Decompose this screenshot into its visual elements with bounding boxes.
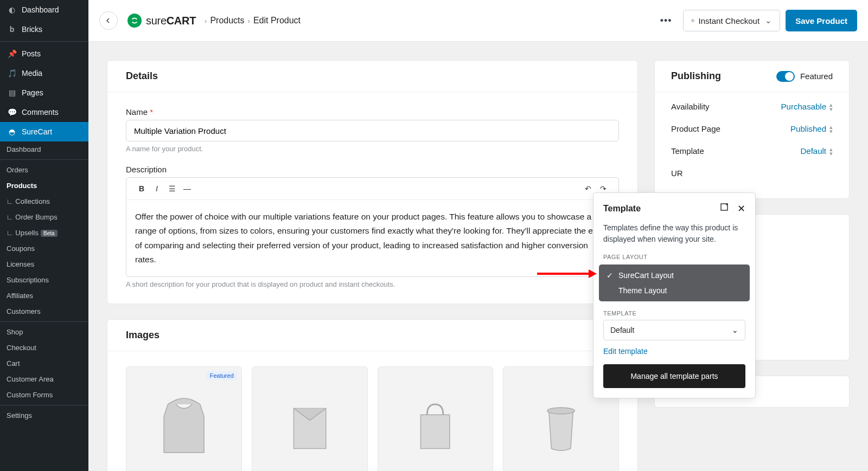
brand-text: sureCART — [146, 15, 196, 27]
add-template-icon[interactable] — [720, 203, 730, 215]
close-icon[interactable]: ✕ — [737, 203, 745, 215]
name-help: A name for your product. — [126, 145, 619, 153]
product-image[interactable] — [378, 366, 494, 471]
desc-label: Description — [126, 165, 619, 174]
save-button[interactable]: Save Product — [786, 10, 857, 31]
sub-order-bumps[interactable]: ∟ Order Bumps — [0, 209, 88, 225]
layout-option-theme[interactable]: ✓Theme Layout — [599, 283, 750, 298]
annotation-arrow — [537, 267, 597, 280]
svg-point-2 — [547, 408, 575, 414]
svg-rect-3 — [721, 204, 727, 210]
topbar: sureCART › Products › Edit Product ••• I… — [88, 0, 868, 42]
sub-custom-forms[interactable]: Custom Forms — [0, 387, 88, 403]
featured-label: Featured — [800, 72, 833, 81]
bold-button[interactable]: B — [134, 182, 149, 195]
breadcrumb-sep: › — [248, 17, 250, 25]
images-card: Images Featured — [107, 319, 638, 471]
sub-subscriptions[interactable]: Subscriptions — [0, 272, 88, 288]
desc-input[interactable]: Offer the power of choice with our multi… — [126, 200, 618, 276]
chevron-down-icon: ⌄ — [732, 326, 738, 334]
meta-template[interactable]: Template Default▴▾ — [671, 140, 833, 162]
arrow-left-icon — [105, 17, 112, 24]
sub-products[interactable]: Products — [0, 178, 88, 193]
popover-desc: Templates define the way this product is… — [593, 217, 755, 249]
sidebar-posts[interactable]: 📌Posts — [0, 44, 88, 63]
sub-coupons[interactable]: Coupons — [0, 241, 88, 256]
edit-template-link[interactable]: Edit template — [593, 345, 755, 364]
sub-licenses[interactable]: Licenses — [0, 256, 88, 272]
sidebar-label: SureCart — [22, 127, 52, 136]
template-select[interactable]: Default ⌄ — [603, 320, 745, 340]
template-value: Default — [610, 326, 634, 334]
list-button[interactable]: ☰ — [164, 182, 180, 195]
chevron-down-icon: ⌄ — [765, 16, 772, 25]
breadcrumb-edit: Edit Product — [253, 16, 301, 25]
more-icon[interactable]: ••• — [660, 15, 672, 27]
template-popover: Template ✕ Templates define the way this… — [593, 192, 756, 398]
product-image[interactable] — [252, 366, 368, 471]
sort-icon: ▴▾ — [829, 125, 833, 133]
envelope-icon — [270, 384, 350, 464]
sub-dashboard[interactable]: Dashboard — [0, 141, 88, 157]
admin-sidebar: ◐Dashboard bBricks 📌Posts 🎵Media ▤Pages … — [0, 0, 88, 471]
name-label: Name * — [126, 107, 619, 117]
meta-url[interactable]: UR — [671, 162, 833, 184]
page-layout-label: PAGE LAYOUT — [593, 249, 755, 262]
sub-checkout[interactable]: Checkout — [0, 340, 88, 356]
card-title: Images — [107, 320, 637, 351]
name-input[interactable] — [126, 120, 619, 141]
sub-customer-area[interactable]: Customer Area — [0, 371, 88, 387]
desc-help: A short description for your product tha… — [126, 280, 619, 288]
featured-badge: Featured — [207, 371, 237, 380]
page-layout-dropdown: ✓SureCart Layout ✓Theme Layout — [599, 264, 750, 301]
gauge-icon: ◐ — [7, 4, 17, 15]
card-title: Details — [107, 61, 637, 92]
surecart-icon: ◓ — [7, 126, 17, 137]
sidebar-surecart[interactable]: ◓SureCart — [0, 122, 88, 141]
sidebar-label: Posts — [22, 49, 41, 58]
sub-cart[interactable]: Cart — [0, 356, 88, 371]
svg-rect-1 — [421, 415, 450, 448]
sidebar-label: Media — [22, 69, 42, 78]
instant-label: Instant Checkout — [699, 16, 760, 25]
sidebar-comments[interactable]: 💬Comments — [0, 102, 88, 122]
instant-checkout-button[interactable]: Instant Checkout ⌄ — [683, 10, 781, 31]
bag-icon — [395, 384, 475, 464]
sidebar-bricks[interactable]: bBricks — [0, 20, 88, 39]
media-icon: 🎵 — [7, 68, 17, 79]
page-icon: ▤ — [7, 87, 17, 98]
featured-toggle[interactable] — [776, 71, 795, 82]
meta-product-page[interactable]: Product Page Published▴▾ — [671, 118, 833, 140]
sidebar-media[interactable]: 🎵Media — [0, 63, 88, 83]
sub-collections[interactable]: ∟ Collections — [0, 193, 88, 209]
sidebar-label: Comments — [22, 108, 59, 117]
sort-icon: ▴▾ — [829, 102, 833, 111]
italic-button[interactable]: I — [149, 182, 164, 195]
sidebar-dashboard[interactable]: ◐Dashboard — [0, 0, 88, 20]
sub-customers[interactable]: Customers — [0, 304, 88, 319]
product-image[interactable]: Featured — [126, 366, 242, 471]
bricks-icon: b — [7, 24, 17, 35]
layout-option-surecart[interactable]: ✓SureCart Layout — [599, 268, 750, 283]
cup-icon — [521, 384, 601, 464]
back-button[interactable] — [99, 11, 118, 30]
sub-affiliates[interactable]: Affiliates — [0, 288, 88, 304]
svg-marker-5 — [589, 269, 597, 278]
hr-button[interactable]: — — [180, 182, 195, 195]
rich-editor: B I ☰ — ↶ ↷ Offer the power of choice wi… — [126, 177, 619, 277]
rte-toolbar: B I ☰ — ↶ ↷ — [126, 178, 618, 200]
sub-shop[interactable]: Shop — [0, 324, 88, 340]
manage-template-parts-button[interactable]: Manage all template parts — [603, 364, 745, 388]
breadcrumb-products[interactable]: Products — [210, 16, 244, 25]
sub-orders[interactable]: Orders — [0, 162, 88, 178]
sub-upsells[interactable]: ∟ UpsellsBeta — [0, 225, 88, 241]
meta-availability[interactable]: Availability Purchasable▴▾ — [671, 95, 833, 118]
sidebar-pages[interactable]: ▤Pages — [0, 83, 88, 102]
sub-settings[interactable]: Settings — [0, 408, 88, 423]
breadcrumb-sep: › — [205, 17, 207, 25]
comment-icon: 💬 — [7, 107, 17, 118]
pin-icon: 📌 — [7, 48, 17, 59]
sort-icon: ▴▾ — [829, 147, 833, 156]
status-dot — [691, 19, 694, 22]
sidebar-label: Pages — [22, 88, 43, 97]
